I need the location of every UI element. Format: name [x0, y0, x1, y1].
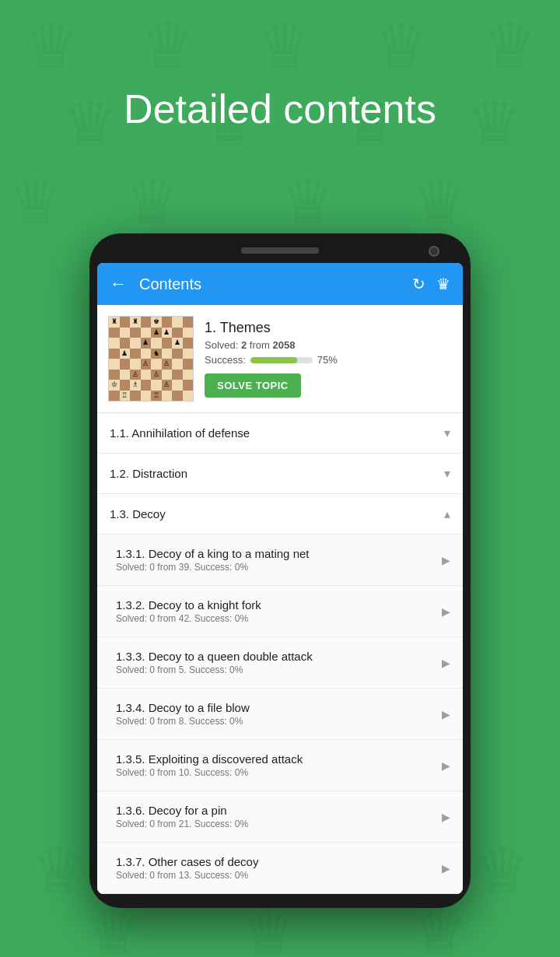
section-1-3-4-title: 1.3.4. Decoy to a file blow [116, 701, 436, 714]
arrow-right-icon: ▶ [442, 862, 450, 875]
phone-notch [97, 247, 463, 263]
arrow-right-icon: ▶ [442, 554, 450, 566]
crown-watermark: ♛ [124, 171, 180, 233]
app-header: ← Contents ↻ ♛ [97, 263, 463, 305]
phone-frame: ← Contents ↻ ♛ ♜♜♚♟♟♟♟♟♞♙♙♙♙♔♗♙♖♖ 1. The… [89, 233, 471, 908]
section-1-3-7-subtitle: Solved: 0 from 13. Success: 0% [116, 870, 436, 881]
section-1-2[interactable]: 1.2. Distraction ▾ [97, 454, 463, 494]
topic-success-row: Success: 75% [205, 354, 452, 366]
crown-watermark: ♛ [140, 16, 196, 78]
header-icons: ↻ ♛ [412, 275, 450, 293]
butterfly-icon[interactable]: ♛ [436, 275, 450, 293]
chevron-down-icon: ▾ [444, 466, 450, 481]
crown-watermark: ♛ [280, 171, 336, 233]
back-button[interactable]: ← [110, 274, 127, 294]
section-1-3-1-text: 1.3.1. Decoy of a king to a mating net S… [116, 547, 436, 573]
section-1-3-6-title: 1.3.6. Decoy for a pin [116, 804, 436, 817]
refresh-icon[interactable]: ↻ [412, 275, 425, 293]
success-pct: 75% [317, 354, 338, 366]
section-1-3-1-subtitle: Solved: 0 from 39. Success: 0% [116, 562, 436, 573]
section-1-3-2-title: 1.3.2. Decoy to a knight fork [116, 598, 436, 612]
chevron-down-icon: ▾ [444, 426, 450, 440]
section-1-3-7[interactable]: 1.3.7. Other cases of decoy Solved: 0 fr… [97, 843, 463, 894]
section-1-3-title: 1.3. Decoy [110, 507, 438, 521]
section-1-3-4-subtitle: Solved: 0 from 8. Success: 0% [116, 716, 436, 727]
crown-watermark: ♛ [241, 903, 297, 957]
section-1-3-3-subtitle: Solved: 0 from 5. Success: 0% [116, 664, 436, 675]
topic-info: 1. Themes Solved: 2 from 2058 Success: 7… [205, 320, 452, 398]
section-1-3-1[interactable]: 1.3.1. Decoy of a king to a mating net S… [97, 535, 463, 586]
phone-camera [429, 246, 439, 257]
section-1-1-title: 1.1. Annihilation of defense [110, 426, 438, 440]
section-1-3-5-title: 1.3.5. Exploiting a discovered attack [116, 752, 436, 766]
section-1-2-title: 1.2. Distraction [110, 467, 438, 480]
chess-thumbnail: ♜♜♚♟♟♟♟♟♞♙♙♙♙♔♗♙♖♖ [108, 316, 194, 401]
crown-watermark: ♛ [373, 16, 429, 78]
crown-watermark: ♛ [482, 16, 538, 78]
section-1-3-2-subtitle: Solved: 0 from 42. Success: 0% [116, 613, 436, 624]
section-1-3-6[interactable]: 1.3.6. Decoy for a pin Solved: 0 from 21… [97, 791, 463, 843]
topic-card: ♜♜♚♟♟♟♟♟♞♙♙♙♙♔♗♙♖♖ 1. Themes Solved: 2 f… [97, 305, 463, 413]
section-1-3-3-text: 1.3.3. Decoy to a queen double attack So… [116, 650, 436, 675]
crown-watermark: ♛ [86, 903, 142, 957]
section-1-3-7-text: 1.3.7. Other cases of decoy Solved: 0 fr… [116, 855, 436, 881]
progress-bar-fill [250, 357, 297, 363]
phone-screen: ← Contents ↻ ♛ ♜♜♚♟♟♟♟♟♞♙♙♙♙♔♗♙♖♖ 1. The… [97, 263, 463, 894]
crown-watermark: ♛ [412, 171, 468, 233]
page-title: Detailed contents [0, 86, 560, 132]
section-1-3-2[interactable]: 1.3.2. Decoy to a knight fork Solved: 0 … [97, 586, 463, 637]
section-1-1-text: 1.1. Annihilation of defense [110, 426, 438, 440]
section-1-3-6-text: 1.3.6. Decoy for a pin Solved: 0 from 21… [116, 804, 436, 829]
section-1-3-text: 1.3. Decoy [110, 507, 438, 521]
section-1-3-5-text: 1.3.5. Exploiting a discovered attack So… [116, 752, 436, 778]
header-title: Contents [139, 275, 400, 293]
section-1-3-7-title: 1.3.7. Other cases of decoy [116, 855, 436, 868]
section-1-3-4-text: 1.3.4. Decoy to a file blow Solved: 0 fr… [116, 701, 436, 727]
chevron-up-icon: ▴ [444, 507, 450, 521]
section-1-3-4[interactable]: 1.3.4. Decoy to a file blow Solved: 0 fr… [97, 689, 463, 740]
crown-watermark: ♛ [474, 840, 530, 903]
solve-topic-button[interactable]: SOLVE TOPIC [205, 373, 301, 398]
section-1-3-5[interactable]: 1.3.5. Exploiting a discovered attack So… [97, 740, 463, 791]
success-label: Success: [205, 354, 246, 366]
arrow-right-icon: ▶ [442, 708, 450, 720]
section-1-3-2-text: 1.3.2. Decoy to a knight fork Solved: 0 … [116, 598, 436, 624]
section-1-3-3[interactable]: 1.3.3. Decoy to a queen double attack So… [97, 637, 463, 689]
crown-watermark: ♛ [8, 171, 64, 233]
section-1-3-3-title: 1.3.3. Decoy to a queen double attack [116, 650, 436, 663]
phone-speaker [241, 247, 319, 254]
section-1-3-6-subtitle: Solved: 0 from 21. Success: 0% [116, 819, 436, 829]
crown-watermark: ♛ [412, 903, 468, 957]
topic-name: 1. Themes [205, 320, 452, 336]
crown-watermark: ♛ [257, 16, 313, 78]
arrow-right-icon: ▶ [442, 657, 450, 669]
arrow-right-icon: ▶ [442, 811, 450, 823]
section-1-3-1-title: 1.3.1. Decoy of a king to a mating net [116, 547, 436, 560]
arrow-right-icon: ▶ [442, 605, 450, 618]
arrow-right-icon: ▶ [442, 759, 450, 772]
section-1-3[interactable]: 1.3. Decoy ▴ [97, 494, 463, 535]
progress-bar-container [250, 357, 313, 363]
crown-watermark: ♛ [23, 16, 79, 78]
section-1-2-text: 1.2. Distraction [110, 467, 438, 480]
section-1-3-5-subtitle: Solved: 0 from 10. Success: 0% [116, 767, 436, 778]
topic-solved: Solved: 2 from 2058 [205, 339, 452, 351]
crown-watermark: ♛ [31, 840, 87, 903]
section-1-1[interactable]: 1.1. Annihilation of defense ▾ [97, 413, 463, 454]
